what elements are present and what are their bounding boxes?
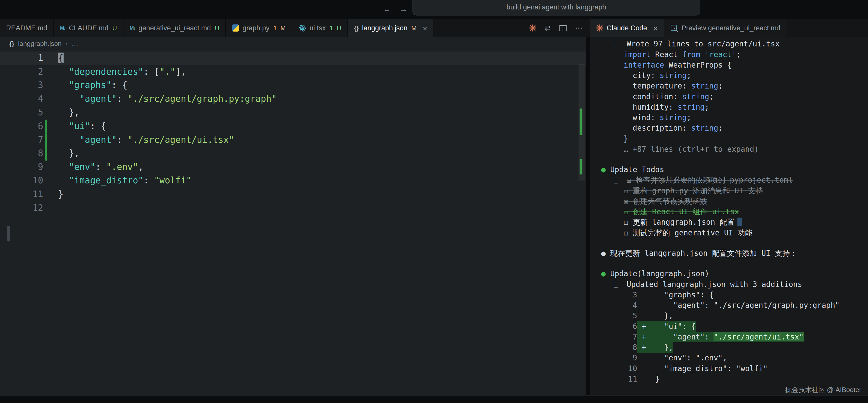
line-number: 9 <box>0 160 43 174</box>
assistant-message: ● 现在更新 langgraph.json 配置文件添加 UI 支持： <box>601 248 868 259</box>
todo-text: ☐ 测试完整的 generative UI 功能 <box>624 228 752 237</box>
terminal-line: … +87 lines (ctrl+r to expand) <box>601 144 868 154</box>
diff-added-line: 8 + }, <box>601 342 868 353</box>
gutter-change-indicator <box>43 79 50 92</box>
run-claude-code-icon[interactable] <box>529 25 536 32</box>
diff-line-number: 7 <box>601 332 637 342</box>
code-line-text: "dependencies": ["."], <box>50 65 186 79</box>
diff-line-number: 4 <box>601 300 637 311</box>
line-number: 6 <box>0 120 43 133</box>
gutter-change-indicator <box>43 188 50 201</box>
panel-drag-handle[interactable] <box>7 226 10 242</box>
tab-label: generative_ui_react.md <box>138 24 211 32</box>
terminal-gap <box>601 155 868 164</box>
line-number: 10 <box>0 174 43 187</box>
tab-Claude Code[interactable]: Claude Code× <box>590 19 664 37</box>
code-line-text <box>50 201 58 215</box>
nav-forward-icon[interactable]: → <box>400 4 407 13</box>
diff-line-number: 3 <box>601 289 637 300</box>
diff-line-number: 8 <box>601 342 637 353</box>
watermark: 掘金技术社区 @ AIBooter <box>785 385 861 395</box>
code-line: 6 "ui": { <box>0 120 586 133</box>
editor-scrollbar[interactable] <box>578 51 586 395</box>
terminal-gap <box>601 259 868 269</box>
command-center-text: build genai agent with langgraph <box>506 3 606 11</box>
tab-README.md[interactable]: README.md <box>0 19 54 37</box>
breadcrumb-file[interactable]: langgraph.json <box>18 40 62 48</box>
gutter-change-indicator <box>43 147 50 160</box>
diff-line: 3 "graphs": { <box>601 289 868 300</box>
diff-line: 9 "env": ".env", <box>601 353 868 363</box>
code-line: 9 "env": ".env", <box>0 160 586 174</box>
command-center-search[interactable]: build genai agent with langgraph <box>412 0 700 16</box>
code-line-text: "agent": "./src/agent/graph.py:graph" <box>50 92 277 106</box>
tab-generative_ui_react.md[interactable]: M↓generative_ui_react.mdU <box>124 19 226 37</box>
pane-divider[interactable] <box>586 37 590 395</box>
code-editor[interactable]: 1{2 "dependencies": ["."],3 "graphs": {4… <box>0 51 586 395</box>
breadcrumb: {} langgraph.json › … <box>0 37 586 50</box>
tab-label: Preview generative_ui_react.md <box>682 24 780 32</box>
diff-added-line: 6 + "ui": { <box>601 321 868 332</box>
tab-CLAUDE.md[interactable]: M↓CLAUDE.mdU <box>54 19 123 37</box>
diff-word-highlight: "./src/agent/ui.tsx" <box>714 332 804 341</box>
tab-ui.tsx[interactable]: ui.tsx1, U <box>292 19 348 37</box>
gutter-change-indicator <box>43 92 50 106</box>
git-status-badge: U <box>215 25 219 31</box>
diff-line-text: + "ui": { <box>637 321 695 332</box>
diff-added-line: 7 + "agent": "./src/agent/ui.tsx" <box>601 332 868 342</box>
gutter-change-indicator <box>43 120 50 133</box>
tab-label: README.md <box>6 24 47 32</box>
tab-label: graph.py <box>243 24 270 32</box>
diff-line-text: + "agent": "./src/agent/ui.tsx" <box>637 332 804 342</box>
compare-changes-icon[interactable]: ⇄ <box>545 24 551 32</box>
tab-Preview generative_ui_react.md[interactable]: Preview generative_ui_react.md <box>664 19 787 37</box>
code-line-text: "image_distro": "wolfi" <box>50 174 191 187</box>
terminal-line: import React from 'react'; <box>601 49 868 60</box>
code-line: 5 }, <box>0 106 586 119</box>
close-icon[interactable]: × <box>423 24 427 32</box>
code-line: 2 "dependencies": ["."], <box>0 65 586 79</box>
editor-tab-bar: README.mdM↓CLAUDE.mdUM↓generative_ui_rea… <box>0 19 868 37</box>
code-line-text: "agent": "./src/agent/ui.tsx" <box>50 133 234 147</box>
line-number: 2 <box>0 65 43 79</box>
line-number: 7 <box>0 133 43 147</box>
breadcrumb-more[interactable]: … <box>72 40 78 48</box>
tab-graph.py[interactable]: graph.py1, M <box>226 19 292 37</box>
todo-text: ☐ 更新 langgraph.json 配置 <box>624 218 735 226</box>
tab-langgraph.json[interactable]: {}langgraph.jsonM× <box>348 19 434 37</box>
terminal-line: wind: string; <box>601 113 868 123</box>
terminal-line: } <box>601 133 868 144</box>
git-status-badge: 1, M <box>273 25 286 31</box>
diff-line-number: 10 <box>601 363 637 374</box>
split-editor-icon[interactable] <box>559 24 567 32</box>
terminal-line: humidity: string; <box>601 102 868 112</box>
code-line-text: "graphs": { <box>50 79 127 92</box>
code-line: 4 "agent": "./src/agent/graph.py:graph" <box>0 92 586 106</box>
git-status-badge: U <box>112 25 117 31</box>
terminal-line: description: string; <box>601 123 868 133</box>
diff-line-text: } <box>637 374 660 384</box>
code-line: 7 "agent": "./src/agent/ui.tsx" <box>0 133 586 147</box>
markdown-icon: M↓ <box>60 25 65 31</box>
gutter-change-indicator <box>43 65 50 79</box>
main-area: {} langgraph.json › … 1{2 "dependencies"… <box>0 37 868 395</box>
line-number: 3 <box>0 79 43 92</box>
close-icon[interactable]: × <box>653 24 658 32</box>
breadcrumb-separator-icon: › <box>65 40 68 48</box>
todo-item: ☒ 重构 graph.py 添加消息和 UI 支持 <box>601 185 868 196</box>
claude-code-terminal[interactable]: ⎿ Wrote 97 lines to src/agent/ui.tsx imp… <box>590 37 868 395</box>
code-line-text: } <box>50 188 63 201</box>
terminal-cursor <box>738 218 743 226</box>
terminal-line: city: string; <box>601 70 868 81</box>
bottom-bar <box>0 395 868 403</box>
git-status-badge: 1, U <box>330 25 341 31</box>
editor-actions: ⇄⋯ <box>522 19 590 37</box>
json-icon: {} <box>354 25 359 31</box>
gutter-change-indicator <box>43 174 50 187</box>
todo-item: ☒ 创建 React UI 组件 ui.tsx <box>601 207 868 217</box>
diff-line-number: 11 <box>601 374 637 384</box>
title-bar: ← → build genai agent with langgraph <box>0 0 868 19</box>
nav-back-icon[interactable]: ← <box>383 4 391 13</box>
code-line: 10 "image_distro": "wolfi" <box>0 174 586 187</box>
more-actions-icon[interactable]: ⋯ <box>575 24 582 32</box>
